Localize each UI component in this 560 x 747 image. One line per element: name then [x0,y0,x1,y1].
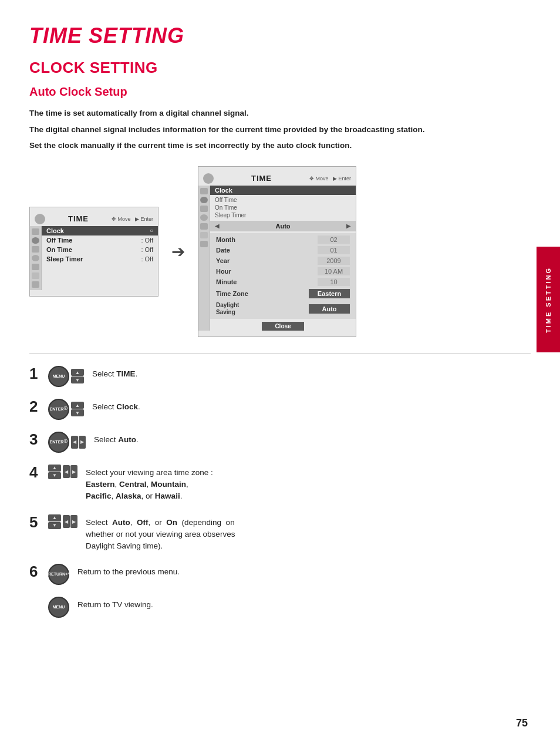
step-3-icons: ENTER☉ ◀ ▶ [48,432,86,453]
lr-arrows-icon-3: ◀ ▶ [71,436,86,449]
screen-right-icon [203,173,214,184]
screen-right-body: Clock Off Time On Time Sleep Timer ◀ Aut… [198,186,356,331]
screen-right-nav-hint: ✥ Move ▶ Enter [309,176,351,181]
page-number: 75 [516,717,528,729]
updown-arrows-icon: ▲ ▼ [71,369,84,383]
return-button-icon: RETURN↩ [48,564,69,585]
updown-arrows-icon-5: ▲ ▼ [48,514,61,529]
step-menu: 0 MENU Return to TV viewing. [29,597,531,618]
screen-row-clock: Clock ○ [42,226,158,235]
screen-left-title: TIME [68,214,89,223]
screen-right-header: TIME ✥ Move ▶ Enter [198,171,356,186]
side-icon-5 [32,264,39,270]
screen-row-offtime: Off Time : Off [42,235,158,245]
step-4: 4 ▲ ▼ ◀ ▶ Select your viewing area time … [29,465,531,503]
screen-left-rows: Clock ○ Off Time : Off On Time : Off Sle… [42,226,158,290]
step-4-text: Select your viewing area time zone : Eas… [86,465,213,503]
lr-arrows-icon-4: ◀ ▶ [63,465,77,478]
step-2-icons: ENTER☉ ▲ ▼ [48,399,84,420]
intro-line3: Set the clock manually if the current ti… [29,139,531,152]
step-5-num: 5 [29,514,40,530]
clock-daylight-row: DaylightSaving Auto [210,300,356,318]
step-6-icons: RETURN↩ [48,564,69,585]
screen-right-sleep: Sleep Timer [210,211,356,219]
menu-button-icon: MENU [48,366,69,387]
r-side-icon-7 [200,241,208,247]
screen-left-nav-hint: ✥ Move ▶ Enter [112,216,153,222]
screen-right-side-icons [198,186,210,331]
screen-left: TIME ✥ Move ▶ Enter Clock ○ [29,207,158,297]
clock-month-row: Month 02 [210,234,356,245]
screen-right: TIME ✥ Move ▶ Enter Clock [198,166,356,337]
r-side-icon-6 [200,232,208,238]
step-1-num: 1 [29,366,40,381]
enter-button-icon-2: ENTER☉ [48,399,69,420]
step-2-num: 2 [29,399,40,414]
step-2-text: Select Clock. [92,399,140,413]
r-side-icon-5 [200,223,208,230]
lr-arrows-icon-5: ◀ ▶ [63,515,77,528]
screen-row-sleep: Sleep Timer : Off [42,254,158,264]
menu-button-icon-footer: MENU [48,597,69,618]
updown-arrows-icon-2: ▲ ▼ [71,402,84,416]
auto-label: Auto [275,223,290,230]
right-sidebar: TIME SETTING [537,247,560,352]
close-btn-row: Close [210,322,356,331]
step-1: 1 MENU ▲ ▼ Select TIME. [29,366,531,387]
r-side-icon-3 [200,206,208,212]
step-6-text: Return to the previous menu. [77,564,180,578]
screen-left-body: Clock ○ Off Time : Off On Time : Off Sle… [30,226,158,290]
screen-row-ontime: On Time : Off [42,245,158,254]
clock-data-fields: Month 02 Date 01 Year 2009 Hour 10 AM [210,233,356,319]
step-5-text: Select Auto, Off, or On (depending on wh… [86,514,235,553]
step-menu-icons: MENU [48,597,69,618]
subsection-title: Auto Clock Setup [29,85,531,99]
updown-arrows-icon-4: ▲ ▼ [48,465,61,479]
section-title: CLOCK SETTING [29,59,531,77]
side-icon-3 [32,246,39,253]
arrow-right: ➔ [171,242,185,261]
page-title: TIME SETTING [29,23,531,48]
intro-line2: The digital channel signal includes info… [29,123,531,136]
side-icon-4 [32,255,39,261]
step-1-icons: MENU ▲ ▼ [48,366,84,387]
close-button[interactable]: Close [262,322,303,331]
step-6-num: 6 [29,564,40,579]
side-icon-1 [32,228,39,235]
step-4-icons: ▲ ▼ ◀ ▶ [48,465,77,479]
clock-hour-row: Hour 10 AM [210,266,356,277]
step-5: 5 ▲ ▼ ◀ ▶ Select Auto, Off, or On (depen… [29,514,531,553]
screen-left-header: TIME ✥ Move ▶ Enter [30,212,158,226]
intro-line1: The time is set automatically from a dig… [29,107,531,120]
divider [29,354,531,354]
steps-section: 1 MENU ▲ ▼ Select TIME. 2 ENTER☉ ▲ ▼ Sel… [29,366,531,618]
step-2: 2 ENTER☉ ▲ ▼ Select Clock. [29,399,531,420]
clock-year-row: Year 2009 [210,255,356,266]
clock-timezone-row: Time Zone Eastern [210,287,356,300]
r-side-icon-1 [200,188,208,194]
step-menu-text: Return to TV viewing. [77,597,153,611]
step-3-text: Select Auto. [94,432,139,446]
screen-left-side-icons [30,226,42,290]
step-3-num: 3 [29,432,40,447]
side-icon-6 [32,272,39,279]
screen-right-content: Clock Off Time On Time Sleep Timer ◀ Aut… [210,186,356,331]
side-icon-7 [32,281,39,288]
step-1-text: Select TIME. [92,366,137,380]
sidebar-label: TIME SETTING [545,267,552,333]
screen-right-clock-row: Clock [210,186,356,195]
screen-right-offtime: Off Time [210,196,356,204]
side-icon-2 [32,237,39,244]
r-side-icon-2 [200,197,208,203]
step-4-num: 4 [29,465,40,480]
step-5-icons: ▲ ▼ ◀ ▶ [48,514,77,529]
step-3: 3 ENTER☉ ◀ ▶ Select Auto. [29,432,531,453]
screens-container: TIME ✥ Move ▶ Enter Clock ○ [29,166,531,337]
auto-row: ◀ Auto ▶ [210,221,356,231]
screen-right-ontime: On Time [210,204,356,211]
screen-right-title: TIME [251,174,272,183]
step-6: 6 RETURN↩ Return to the previous menu. [29,564,531,585]
clock-minute-row: Minute 10 [210,277,356,287]
enter-button-icon-3: ENTER☉ [48,432,69,453]
screen-left-icon [35,214,45,224]
